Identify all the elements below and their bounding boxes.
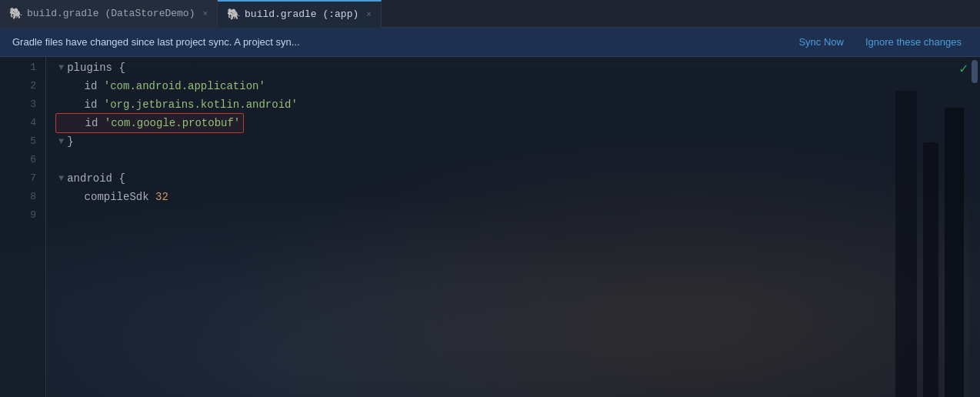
line-num-5: 5 xyxy=(0,132,45,151)
code-token: 32 xyxy=(155,188,168,206)
code-token: compileSdk xyxy=(58,188,155,206)
code-editor[interactable]: ▼ plugins { id 'com.android.application'… xyxy=(46,57,969,397)
line-num-1: 1 xyxy=(0,58,45,77)
code-line-4: id 'com.google.protobuf' xyxy=(58,114,969,132)
line-number-gutter: 1 2 3 4 5 6 7 8 9 xyxy=(0,57,46,397)
code-line-2: id 'com.android.application' xyxy=(58,77,969,95)
code-line-5: ▼ } xyxy=(58,132,969,151)
highlighted-code-segment: id 'com.google.protobuf' xyxy=(55,113,244,133)
tab-label-1: build.gradle (DataStoreDemo) xyxy=(27,8,195,19)
scrollbar-thumb[interactable] xyxy=(972,60,978,83)
code-token: 'com.android.application' xyxy=(104,77,265,95)
code-line-6 xyxy=(58,151,969,169)
code-line-7: ▼ android { xyxy=(58,169,969,188)
line-num-6: 6 xyxy=(0,151,45,169)
tab-close-2[interactable]: × xyxy=(366,10,372,19)
code-token: android { xyxy=(67,169,125,188)
check-indicator: ✓ xyxy=(959,60,968,77)
fold-icon-7[interactable]: ▼ xyxy=(58,169,64,188)
code-token: id xyxy=(59,114,105,132)
line-num-9: 9 xyxy=(0,206,45,225)
code-token: id xyxy=(58,95,104,114)
code-line-3: id 'org.jetbrains.kotlin.android' xyxy=(58,95,969,114)
tab-close-1[interactable]: × xyxy=(202,9,208,18)
code-token: 'org.jetbrains.kotlin.android' xyxy=(104,95,298,114)
fold-icon-1[interactable]: ▼ xyxy=(58,58,64,77)
vertical-scrollbar[interactable] xyxy=(969,57,980,397)
sync-now-button[interactable]: Sync Now xyxy=(792,33,850,51)
code-token: 'com.google.protobuf' xyxy=(105,114,240,132)
line-num-8: 8 xyxy=(0,188,45,206)
line-num-3: 3 xyxy=(0,95,45,114)
line-num-4: 4 xyxy=(0,114,45,132)
tab-bar: 🐘 build.gradle (DataStoreDemo) × 🐘 build… xyxy=(0,0,980,28)
gradle-icon-1: 🐘 xyxy=(9,7,22,20)
fold-icon-5[interactable]: ▼ xyxy=(58,132,64,151)
notification-bar: Gradle files have changed since last pro… xyxy=(0,28,980,57)
gradle-icon-2: 🐘 xyxy=(227,8,240,21)
ignore-changes-button[interactable]: Ignore these changes xyxy=(859,33,968,51)
code-line-1: ▼ plugins { xyxy=(58,58,969,77)
code-line-8: compileSdk 32 xyxy=(58,188,969,206)
notification-text: Gradle files have changed since last pro… xyxy=(12,36,783,48)
code-token: } xyxy=(67,132,73,151)
tab-label-2: build.gradle (:app) xyxy=(245,8,358,20)
tab-datastoredem[interactable]: 🐘 build.gradle (DataStoreDemo) × xyxy=(0,0,218,28)
editor-area: 1 2 3 4 5 6 7 8 9 ▼ plugins { id 'com.an… xyxy=(0,57,980,397)
code-token: id xyxy=(58,77,104,95)
line-num-2: 2 xyxy=(0,77,45,95)
code-token: plugins { xyxy=(67,58,125,77)
code-line-9 xyxy=(58,206,969,225)
tab-app[interactable]: 🐘 build.gradle (:app) × xyxy=(218,0,382,28)
line-num-7: 7 xyxy=(0,169,45,188)
